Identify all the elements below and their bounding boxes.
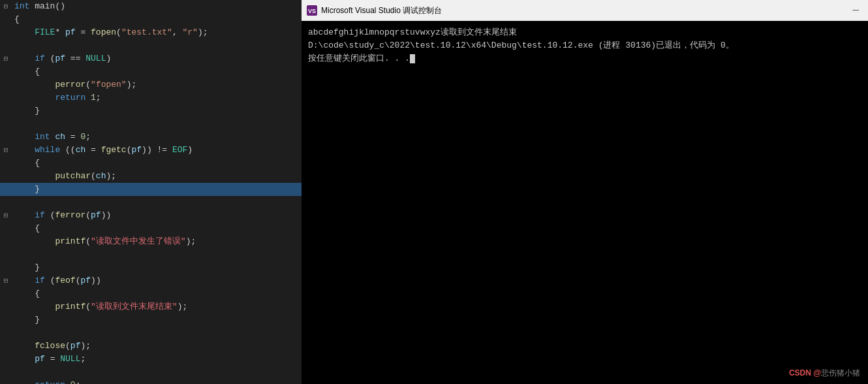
line-content-8: return 1; — [12, 91, 302, 104]
line-content-27: fclose(pf); — [12, 340, 302, 353]
code-line-1: ⊟ int main() — [0, 0, 302, 13]
code-line-30: return 0; — [0, 379, 302, 384]
console-titlebar: VS Microsoft Visual Studio 调试控制台 — — [302, 0, 868, 21]
code-line-21: } — [0, 261, 302, 274]
console-panel: VS Microsoft Visual Studio 调试控制台 — abcde… — [302, 0, 868, 384]
watermark: CSDN @悲伤猪小猪 — [789, 368, 860, 379]
console-output-line1: abcdefghijklmnopqrstuvwxyz读取到文件末尾结束 — [308, 26, 861, 39]
console-title-left: VS Microsoft Visual Studio 调试控制台 — [307, 5, 442, 16]
console-output-line3: 按任意键关闭此窗口. . . — [308, 52, 861, 65]
line-content-16 — [12, 196, 302, 209]
line-content-6: { — [12, 65, 302, 78]
console-body: abcdefghijklmnopqrstuvwxyz读取到文件末尾结束 D:\c… — [302, 21, 868, 384]
code-line-2: { — [0, 13, 302, 26]
line-content-11: int ch = 0; — [12, 131, 302, 144]
line-content-28: pf = NULL; — [12, 353, 302, 366]
line-content-10 — [12, 118, 302, 131]
code-line-8: return 1; — [0, 91, 302, 104]
fold-gutter-12[interactable]: ⊟ — [0, 144, 12, 157]
line-content-20 — [12, 248, 302, 261]
line-content-18: { — [12, 222, 302, 235]
fold-gutter-17[interactable]: ⊟ — [0, 209, 12, 222]
code-line-25: } — [0, 313, 302, 327]
code-line-6: { — [0, 65, 302, 78]
code-line-7: perror("fopen"); — [0, 78, 302, 91]
code-line-17: ⊟ if (ferror(pf)) — [0, 209, 302, 222]
console-title-text: Microsoft Visual Studio 调试控制台 — [321, 5, 442, 16]
line-content-7: perror("fopen"); — [12, 78, 302, 91]
line-content-17: if (ferror(pf)) — [12, 209, 302, 222]
line-content-9: } — [12, 104, 302, 118]
code-line-20 — [0, 248, 302, 261]
line-content-24: printf("读取到文件末尾结束"); — [12, 300, 302, 313]
line-content-22: if (feof(pf)) — [12, 274, 302, 287]
watermark-author: 悲伤猪小猪 — [821, 368, 860, 377]
code-line-19: printf("读取文件中发生了错误"); — [0, 235, 302, 248]
code-line-4 — [0, 39, 302, 52]
code-editor: ⊟ int main() { FILE* pf = fopen("test.tx… — [0, 0, 302, 384]
line-content-5: if (pf == NULL) — [12, 52, 302, 65]
code-line-22: ⊟ if (feof(pf)) — [0, 274, 302, 287]
watermark-logo: CSDN @ — [789, 368, 821, 377]
line-content-12: while ((ch = fgetc(pf)) != EOF) — [12, 144, 302, 157]
code-line-15: } — [0, 183, 302, 196]
code-line-10 — [0, 118, 302, 131]
line-content-2: { — [12, 13, 302, 26]
fold-gutter-22[interactable]: ⊟ — [0, 274, 12, 287]
line-content-26 — [12, 327, 302, 340]
code-line-28: pf = NULL; — [0, 353, 302, 366]
code-line-27: fclose(pf); — [0, 340, 302, 353]
line-content-21: } — [12, 261, 302, 274]
code-line-11: int ch = 0; — [0, 131, 302, 144]
code-line-18: { — [0, 222, 302, 235]
line-content-3: FILE* pf = fopen("test.txt", "r"); — [12, 26, 302, 39]
fn-main: main() — [35, 1, 65, 11]
line-content-29 — [12, 366, 302, 379]
keyword-int: int — [14, 1, 29, 11]
code-line-3: FILE* pf = fopen("test.txt", "r"); — [0, 26, 302, 39]
line-content-25: } — [12, 313, 302, 327]
code-line-13: { — [0, 157, 302, 170]
code-line-29 — [0, 366, 302, 379]
line-content-15: } — [12, 183, 302, 196]
fold-gutter-5[interactable]: ⊟ — [0, 52, 12, 65]
line-content-23: { — [12, 287, 302, 300]
line-content-19: printf("读取文件中发生了错误"); — [12, 235, 302, 248]
visual-studio-icon: VS — [307, 5, 317, 16]
line-content-1: int main() — [12, 0, 302, 13]
console-output-line2: D:\code\study_c\2022\test.10.12\x64\Debu… — [308, 39, 861, 52]
fold-gutter-1[interactable]: ⊟ — [0, 0, 12, 13]
code-line-24: printf("读取到文件末尾结束"); — [0, 300, 302, 313]
code-line-5: ⊟ if (pf == NULL) — [0, 52, 302, 65]
line-content-4 — [12, 39, 302, 52]
svg-text:VS: VS — [308, 8, 316, 14]
code-line-26 — [0, 327, 302, 340]
code-line-9: } — [0, 104, 302, 118]
line-content-14: putchar(ch); — [12, 170, 302, 183]
vs-icon: VS — [307, 5, 317, 16]
line-content-13: { — [12, 157, 302, 170]
line-content-30: return 0; — [12, 379, 302, 384]
code-line-16 — [0, 196, 302, 209]
cursor-blink — [410, 54, 415, 63]
code-line-23: { — [0, 287, 302, 300]
code-line-14: putchar(ch); — [0, 170, 302, 183]
close-button[interactable]: — — [848, 3, 863, 18]
code-line-12: ⊟ while ((ch = fgetc(pf)) != EOF) — [0, 144, 302, 157]
